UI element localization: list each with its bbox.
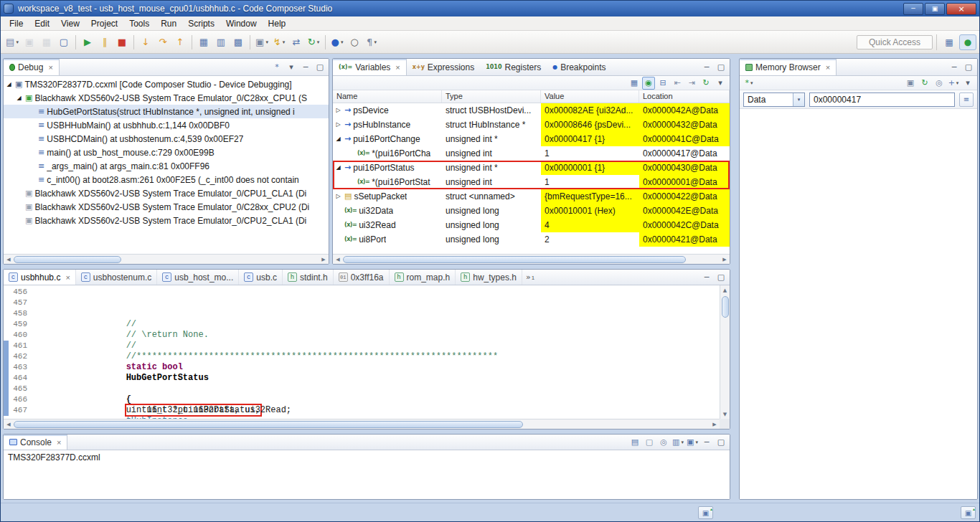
memory-space-select[interactable]: Data ▾: [743, 92, 805, 107]
debug-tree-item[interactable]: ▣ Blackhawk XDS560v2-USB System Trace Em…: [4, 186, 329, 200]
editor-tab[interactable]: h rom_map.h: [390, 270, 456, 285]
view-menu-icon[interactable]: ▾: [714, 77, 727, 90]
variables-row[interactable]: ▷ ▤ sSetupPacket struct <unnamed> {bmReq…: [333, 189, 730, 204]
new-file-button[interactable]: ▤: [4, 34, 20, 50]
view-menu-icon[interactable]: ▾: [961, 77, 974, 90]
variables-row[interactable]: ◢ → pui16PortChange unsigned int * 0x000…: [333, 132, 730, 146]
restore-minimized-console-view-icon[interactable]: ▣: [698, 506, 713, 519]
view-console-button[interactable]: ▢: [56, 34, 72, 50]
display-selected-console-icon[interactable]: ▥: [672, 436, 684, 449]
terminate-button[interactable]: ■: [114, 34, 130, 50]
menu-item[interactable]: View: [55, 17, 85, 30]
view-tab[interactable]: ● Breakpoints: [547, 59, 611, 75]
variables-row[interactable]: (x)= ui32Data unsigned long 0x00010001 (…: [333, 204, 730, 218]
debug-tree-item[interactable]: ◢ ▣ Blackhawk XDS560v2-USB System Trace …: [4, 91, 329, 105]
console-output[interactable]: TMS320F28377D.ccxml: [4, 450, 730, 499]
editor-tab[interactable]: c usbhhub.c ×: [4, 270, 76, 285]
view-tab[interactable]: 1010 Registers: [480, 59, 547, 75]
minimize-view-icon[interactable]: ─: [948, 61, 961, 74]
debug-tree-item[interactable]: ≡ c_int00() at boot28.asm:261 0x00F2E5 (…: [4, 173, 329, 186]
view-menu-icon[interactable]: ▾: [285, 61, 298, 74]
menu-item[interactable]: Help: [263, 17, 292, 30]
close-view-icon[interactable]: ×: [826, 63, 830, 72]
column-header[interactable]: Type: [442, 90, 541, 103]
minimize-view-icon[interactable]: ─: [700, 61, 713, 74]
debug-tree-item[interactable]: ≡ HubGetPortStatus(struct tHubInstance *…: [4, 105, 329, 118]
maximize-window-button[interactable]: ▣: [925, 3, 945, 15]
collapse-all-icon[interactable]: ⊟: [656, 77, 669, 90]
scroll-left-icon[interactable]: [4, 255, 14, 264]
variables-row[interactable]: ◢ → pui16PortStatus unsigned int * 0x000…: [333, 161, 730, 175]
save-all-button[interactable]: ▦: [39, 34, 55, 50]
debug-tree-item[interactable]: ▣ Blackhawk XDS560v2-USB System Trace Em…: [4, 214, 329, 227]
minimize-view-icon[interactable]: ─: [700, 436, 713, 449]
maximize-view-icon[interactable]: ▢: [715, 436, 727, 449]
variables-row[interactable]: ▷ → psDevice struct tUSBHostDevi... 0x00…: [333, 103, 730, 118]
maximize-view-icon[interactable]: ▢: [314, 61, 326, 74]
memory-options-icon[interactable]: *: [743, 77, 755, 90]
menu-item[interactable]: Scripts: [182, 17, 220, 30]
scroll-down-icon[interactable]: [720, 409, 730, 419]
scroll-thumb[interactable]: [722, 296, 729, 318]
row-expander-icon[interactable]: ▷: [334, 118, 342, 132]
step-over-button[interactable]: ↷: [155, 34, 171, 50]
export-icon[interactable]: ⇥: [685, 77, 698, 90]
scroll-thumb[interactable]: [14, 421, 523, 428]
scroll-right-icon[interactable]: [720, 255, 730, 264]
scroll-right-icon[interactable]: [710, 419, 720, 429]
debug-tree-item[interactable]: ≡ USBHCDMain() at usbhostenum.c:4,539 0x…: [4, 132, 329, 146]
refresh-memory-icon[interactable]: ↻: [918, 77, 931, 90]
perspective-ccs-debug-button[interactable]: ●: [959, 34, 976, 50]
row-expander-icon[interactable]: ◢: [334, 161, 342, 175]
menu-item[interactable]: Edit: [29, 17, 55, 30]
scroll-up-icon[interactable]: [720, 285, 730, 295]
perspective-ccs-edit-button[interactable]: ▦: [941, 34, 958, 50]
resume-button[interactable]: ▶: [80, 34, 95, 50]
menu-item[interactable]: Run: [155, 17, 182, 30]
maximize-view-icon[interactable]: ▢: [715, 61, 727, 74]
editor-tab[interactable]: c usbhostenum.c: [76, 270, 157, 285]
editor-tab[interactable]: c usb.c: [239, 270, 283, 285]
annotations-button[interactable]: ¶: [364, 34, 380, 50]
column-header[interactable]: Value: [541, 90, 639, 103]
close-window-button[interactable]: ×: [946, 3, 976, 15]
variables-row[interactable]: (x)= *(pui16PortCha unsigned int 1 0x000…: [333, 146, 730, 161]
variables-row[interactable]: (x)= ui32Read unsigned long 4 0x0000042C…: [333, 218, 730, 232]
editor-tab[interactable]: h hw_types.h: [456, 270, 522, 285]
code-editor[interactable]: 456 // 457: [4, 285, 730, 429]
flash-button[interactable]: ↯: [271, 34, 287, 50]
view-disassembly-button[interactable]: ▩: [230, 34, 246, 50]
open-console-icon[interactable]: ▣: [686, 436, 699, 449]
maximize-view-icon[interactable]: ▢: [715, 271, 727, 284]
close-view-icon[interactable]: ×: [48, 63, 52, 72]
editor-tab[interactable]: h stdint.h: [283, 270, 334, 285]
editor-horizontal-scrollbar[interactable]: [4, 419, 720, 429]
tab-debug[interactable]: Debug ×: [4, 59, 60, 75]
variables-row[interactable]: (x)= ui8Port unsigned long 2 0x00000421@…: [333, 232, 730, 247]
minimize-view-icon[interactable]: ─: [299, 61, 312, 74]
menu-item[interactable]: File: [4, 17, 29, 30]
open-console-log-icon[interactable]: ▤: [628, 436, 641, 449]
menu-item[interactable]: Project: [85, 17, 123, 30]
editor-vertical-scrollbar[interactable]: [720, 285, 730, 419]
save-memory-icon[interactable]: ▣: [904, 77, 917, 90]
save-button[interactable]: ▣: [22, 34, 37, 50]
editor-tab[interactable]: c usb_host_mo...: [157, 270, 239, 285]
minimize-view-icon[interactable]: ─: [700, 271, 713, 284]
debug-horizontal-scrollbar[interactable]: [4, 254, 329, 264]
tab-overflow-indicator[interactable]: » 1: [522, 272, 538, 282]
column-header[interactable]: Location: [639, 90, 730, 103]
scroll-thumb[interactable]: [14, 256, 121, 263]
memory-content[interactable]: [740, 109, 977, 499]
maximize-view-icon[interactable]: ▢: [962, 61, 975, 74]
variables-horizontal-scrollbar[interactable]: [333, 254, 730, 264]
search-button[interactable]: ○: [347, 34, 362, 50]
remove-console-icon[interactable]: ▢: [643, 436, 656, 449]
menu-item[interactable]: Tools: [123, 17, 155, 30]
variables-row[interactable]: ▷ → psHubInstance struct tHubInstance * …: [333, 118, 730, 132]
minimize-window-button[interactable]: ─: [903, 3, 923, 15]
new-memory-tab-icon[interactable]: +: [947, 77, 960, 90]
restart-button[interactable]: ↻: [306, 34, 321, 50]
debug-tree-item[interactable]: ▣ Blackhawk XDS560v2-USB System Trace Em…: [4, 200, 329, 214]
scroll-right-icon[interactable]: [319, 255, 329, 264]
